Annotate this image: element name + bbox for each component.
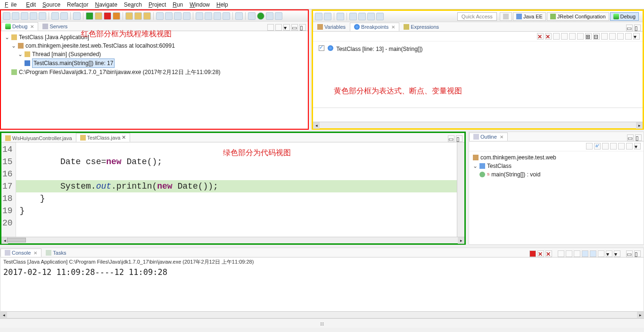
bp-icon[interactable] [553,33,560,40]
maximize-icon[interactable]: ▯ [634,250,641,257]
toolbar-icon[interactable] [183,12,190,20]
outline-icon-btn[interactable] [602,143,609,149]
tab-debug[interactable]: Debug ✕ [1,22,38,31]
quick-access[interactable]: Quick Access [457,12,497,21]
maximize-icon[interactable]: ▯ [299,24,306,31]
outline-icon-btn[interactable] [626,143,633,149]
toolbar-icon[interactable] [39,12,46,20]
suspend-icon[interactable] [95,12,102,20]
show-console-icon[interactable] [590,250,596,257]
console-icon-btn[interactable] [558,250,564,257]
toolbar-icon[interactable] [12,12,19,20]
toolbar-icon[interactable] [51,12,59,20]
open-console-icon[interactable]: ▾ [614,250,620,257]
toolbar-icon[interactable] [315,13,322,20]
toolbar-icon[interactable] [21,12,28,20]
remove-all-launch-icon[interactable]: ✕ [545,250,552,257]
menu-navigate[interactable]: Navigate [92,0,120,9]
scroll-lock-icon[interactable] [582,250,588,257]
console-icon-btn[interactable] [574,250,580,257]
scroll-thumb[interactable] [7,238,26,242]
tree-row-jvm[interactable]: C:\Program Files\Java\jdk1.7.0_17\bin\ja… [5,68,304,76]
bp-icon[interactable] [561,33,568,40]
tab-tasks[interactable]: Tasks [41,249,70,257]
toolbar-icon[interactable] [3,12,10,20]
toolbar-icon[interactable] [174,12,182,20]
minimize-icon[interactable]: ▭ [291,24,298,31]
bp-icon[interactable] [617,33,624,40]
remove-all-bp-icon[interactable]: ✕ [545,33,552,40]
menu-window[interactable]: Window [187,0,213,9]
scrollbar-x[interactable]: ◂ ▸ [1,237,464,243]
step-into-icon[interactable] [125,12,133,20]
display-console-icon[interactable]: ▾ [606,250,612,257]
code-editor[interactable]: 14 15 16 17 18 19 20 Date cse=new Date()… [1,142,464,237]
remove-bp-icon[interactable]: ✕ [537,33,544,40]
menu-edit[interactable]: Edit [23,0,39,9]
perspective-debug[interactable]: Debug [610,12,639,21]
editor-tab-active[interactable]: TestClass.java ✕ [76,133,131,142]
view-menu-icon[interactable]: ▾ [633,33,640,40]
close-icon[interactable]: ✕ [391,25,395,30]
terminate-icon[interactable] [529,250,536,257]
toolbar-icon[interactable] [358,13,366,20]
toolbar-icon[interactable] [60,12,68,20]
toolbar-icon[interactable] [324,13,331,20]
perspective-switcher-icon[interactable] [500,12,512,21]
scroll-left-icon[interactable]: ◂ [313,122,320,129]
step-return-icon[interactable] [143,12,151,20]
skip-breakpoints-icon[interactable] [73,12,81,20]
maximize-icon[interactable]: ▯ [634,25,641,31]
menu-source[interactable]: Source [40,0,63,9]
outline-method[interactable]: S main(String[]) : void [473,170,640,179]
toolbar-icon[interactable] [235,12,243,20]
code-area[interactable]: Date cse=new Date(); System.out.println(… [16,142,457,237]
console-icon-btn[interactable] [566,250,572,257]
menu-run[interactable]: Run [170,0,186,9]
outline-icon-btn[interactable] [586,143,593,149]
tab-console[interactable]: Console ✕ [0,249,41,257]
perspective-jrebel[interactable]: JRebel Configuration [547,12,609,21]
view-icon[interactable] [267,24,274,31]
tree-row-thread[interactable]: ⌄ Thread [main] (Suspended) [5,50,304,58]
perspective-java-ee[interactable]: Java EE [513,12,546,21]
close-icon[interactable]: ✕ [500,134,504,140]
close-icon[interactable]: ✕ [30,24,34,29]
maximize-icon[interactable]: ▯ [456,135,462,142]
tab-expressions[interactable]: Expressions [399,23,443,31]
scrollbar-y[interactable] [457,142,464,237]
outline-icon-btn[interactable] [618,143,625,149]
remove-launch-icon[interactable]: ✕ [537,250,544,257]
toolbar-icon[interactable] [214,12,221,20]
pin-console-icon[interactable] [598,250,604,257]
twistie-icon[interactable]: ⌄ [11,42,16,50]
minimize-icon[interactable]: ▭ [448,135,454,142]
minimize-icon[interactable]: ▭ [626,25,633,31]
scrollbar-x[interactable]: ◂ ▸ [0,311,644,318]
toolbar-icon[interactable] [266,12,273,20]
tab-breakpoints[interactable]: Breakpoints ✕ [350,23,399,31]
view-menu-icon[interactable]: ▾ [283,24,290,31]
toolbar-icon[interactable] [275,12,282,20]
outline-package[interactable]: com.thinkgem.jeesite.test.web [473,153,640,162]
minimize-icon[interactable]: ▭ [627,134,634,141]
tab-outline[interactable]: Outline ✕ [469,133,508,141]
step-over-icon[interactable] [134,12,142,20]
toolbar-icon[interactable] [337,13,344,20]
tab-variables[interactable]: Variables [313,23,350,31]
scrollbar-x[interactable]: ◂ ▸ [313,122,643,128]
tree-row-frame[interactable]: TestClass.main(String[]) line: 17 [5,58,304,68]
breakpoint-item[interactable]: TestClass [line: 13] - main(String[]) [319,45,637,52]
menu-help[interactable]: Help [214,0,231,9]
bp-icon[interactable] [601,33,608,40]
outline-icon-btn[interactable] [610,143,617,149]
editor-tab-inactive[interactable]: WsHuiyuanController.java [1,134,76,142]
toolbar-icon[interactable] [376,13,384,20]
maximize-icon[interactable]: ▯ [635,134,642,141]
twistie-icon[interactable]: ⌄ [473,162,478,170]
collapse-all-icon[interactable]: ⊟ [593,33,600,40]
menu-file[interactable]: File [2,0,22,9]
bp-icon[interactable] [577,33,584,40]
view-icon[interactable] [275,24,282,31]
toolbar-icon[interactable] [156,12,164,20]
